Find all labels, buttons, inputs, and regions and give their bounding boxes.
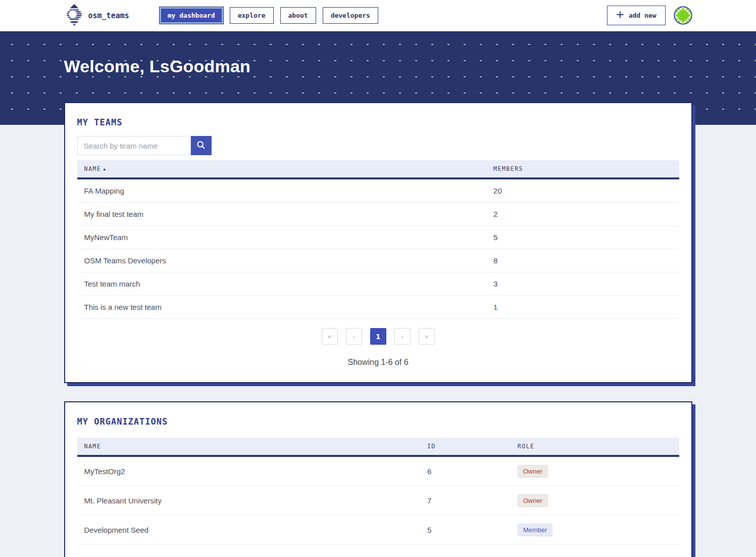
team-name: This is a new test team — [77, 296, 487, 319]
my-organizations-heading: MY ORGANIZATIONS — [77, 416, 679, 427]
teams-column-name[interactable]: NAME▲ — [77, 160, 487, 178]
brand-name: osm_teams — [88, 11, 129, 20]
organization-id: 7 — [420, 486, 511, 516]
team-members: 1 — [486, 296, 679, 319]
organization-row[interactable]: MyTestOrg2 6 Owner — [77, 456, 679, 486]
organization-row[interactable]: Mt. Pleasant University 7 Owner — [77, 486, 679, 516]
welcome-title: Welcome, LsGoodman — [64, 31, 692, 76]
pagination-prev-button[interactable]: ‹ — [346, 328, 362, 345]
nav-about[interactable]: about — [280, 7, 316, 24]
organization-name: Development Seed — [77, 516, 420, 545]
team-name: MyNewTeam — [77, 226, 487, 249]
team-name: OSM Teams Developers — [77, 249, 487, 272]
pagination-page-1-button[interactable]: 1 — [370, 328, 386, 345]
orgs-column-id[interactable]: ID — [420, 438, 511, 456]
organizations-table-header-row: NAME ID ROLE — [77, 438, 679, 456]
organization-row[interactable]: Development Seed 5 Member — [77, 516, 679, 545]
nav-explore[interactable]: explore — [230, 7, 274, 24]
team-row[interactable]: This is a new test team 1 — [77, 296, 679, 319]
brand[interactable]: osm_teams — [64, 3, 129, 28]
my-teams-card: MY TEAMS NAME▲ MEMBERS — [64, 102, 692, 383]
teams-column-members[interactable]: MEMBERS — [486, 160, 679, 178]
teams-pagination: « ‹ 1 › » — [77, 328, 679, 345]
team-members: 5 — [486, 226, 679, 249]
pagination-next-button[interactable]: › — [394, 328, 411, 345]
team-members: 8 — [486, 249, 679, 272]
organization-name: MyTestOrg2 — [77, 456, 420, 486]
add-new-label: add new — [629, 12, 657, 19]
team-name: FA Mapping — [77, 178, 487, 203]
team-members: 3 — [486, 272, 679, 296]
team-search-button[interactable] — [191, 136, 212, 155]
pagination-last-button[interactable]: » — [419, 328, 435, 345]
top-navbar: osm_teams my dashboard explore about dev… — [0, 0, 756, 31]
pagination-summary: Showing 1-6 of 6 — [77, 358, 679, 367]
user-avatar[interactable] — [674, 6, 692, 25]
orgs-column-name[interactable]: NAME — [77, 438, 420, 456]
organization-name: Mt. Pleasant University — [77, 486, 420, 516]
organizations-table: NAME ID ROLE MyTestOrg2 6 Owner Mt. Plea… — [77, 438, 679, 545]
my-teams-heading: MY TEAMS — [77, 117, 679, 127]
pagination-first-button[interactable]: « — [322, 328, 338, 345]
team-members: 2 — [486, 203, 679, 226]
plus-icon — [616, 11, 624, 20]
team-row[interactable]: MyNewTeam 5 — [77, 226, 679, 249]
teams-table: NAME▲ MEMBERS FA Mapping 20 My final tes… — [77, 160, 679, 319]
add-new-button[interactable]: add new — [607, 6, 666, 25]
team-members: 20 — [486, 178, 679, 203]
sort-asc-icon: ▲ — [103, 167, 106, 171]
role-badge: Owner — [518, 494, 548, 507]
nav-my-dashboard[interactable]: my dashboard — [160, 7, 223, 24]
orgs-column-role[interactable]: ROLE — [511, 438, 679, 456]
osm-teams-logo-icon — [64, 3, 84, 28]
team-search — [77, 136, 679, 155]
team-row[interactable]: Test team march 3 — [77, 272, 679, 296]
organization-id: 5 — [420, 516, 511, 545]
my-organizations-card: MY ORGANIZATIONS NAME ID ROLE MyTestOrg2… — [64, 401, 692, 557]
team-name: Test team march — [77, 272, 487, 296]
role-badge: Owner — [518, 465, 548, 478]
teams-table-header-row: NAME▲ MEMBERS — [77, 160, 679, 178]
team-row[interactable]: My final test team 2 — [77, 203, 679, 226]
role-badge: Member — [518, 524, 553, 536]
organization-id: 6 — [420, 456, 511, 486]
search-icon — [196, 141, 206, 151]
primary-nav: my dashboard explore about developers — [160, 7, 378, 24]
team-name: My final test team — [77, 203, 487, 226]
team-row[interactable]: OSM Teams Developers 8 — [77, 249, 679, 272]
team-search-input[interactable] — [77, 136, 191, 155]
team-row[interactable]: FA Mapping 20 — [77, 178, 679, 203]
nav-developers[interactable]: developers — [323, 7, 378, 24]
